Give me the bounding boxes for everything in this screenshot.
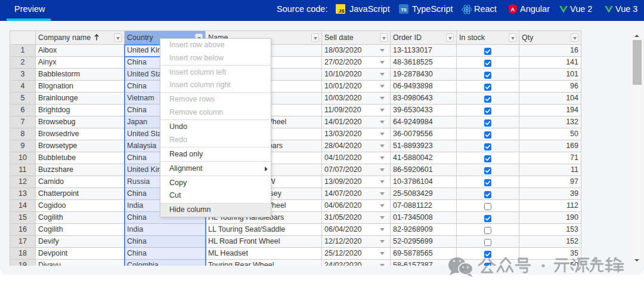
svg-text:TS: TS <box>401 7 407 13</box>
svg-text:JS: JS <box>339 8 345 14</box>
svg-text:A: A <box>510 6 515 13</box>
